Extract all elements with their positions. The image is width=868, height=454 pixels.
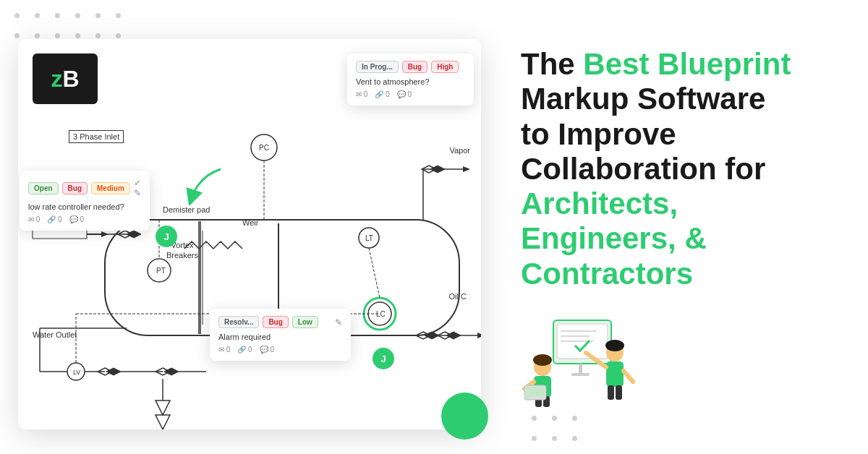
svg-text:PT: PT — [156, 267, 166, 275]
svg-marker-57 — [446, 332, 461, 339]
tag-bug-bot: Bug — [263, 316, 288, 328]
tag-low: Low — [292, 316, 318, 328]
tag-high: High — [431, 61, 459, 73]
headline-engineers: Engineers, & — [521, 221, 707, 255]
svg-rect-76 — [606, 361, 624, 387]
lowrate-tooltip-meta: ✉ 0 🔗 0 💬 0 — [28, 215, 141, 223]
svg-text:LV: LV — [73, 369, 80, 376]
meta-email-bot: ✉ 0 — [218, 346, 230, 354]
headline-collaboration: Collaboration for — [521, 152, 765, 186]
vent-tooltip-text: Vent to atmosphere? — [356, 77, 465, 86]
headline: The Best Blueprint Markup Software to Im… — [521, 47, 791, 291]
green-arrow — [184, 162, 228, 205]
headline-architects: Architects, — [521, 187, 678, 220]
svg-text:PC: PC — [259, 144, 269, 152]
svg-marker-28 — [106, 368, 121, 375]
tag-open: Open — [28, 182, 59, 194]
meta-attach-mid: 🔗 0 — [47, 215, 61, 223]
tag-inprog: In Prog... — [356, 61, 399, 73]
tag-bug-top: Bug — [402, 61, 427, 73]
svg-rect-79 — [608, 385, 614, 400]
logo-icon: zB — [51, 66, 79, 93]
inlet-label: 3 Phase Inlet — [69, 130, 124, 143]
meta-comment: 💬 0 — [397, 90, 412, 98]
meta-attach-bot: 🔗 0 — [237, 346, 252, 354]
lowrate-tooltip-tags: Open Bug Medium ✓ ✎ — [28, 178, 141, 198]
svg-rect-73 — [526, 387, 545, 397]
avatar-j-bot: J — [373, 348, 394, 369]
vent-tooltip-tags: In Prog... Bug High — [356, 61, 465, 73]
blueprint-diagram: PT PC LT LC — [18, 104, 481, 429]
meta-email-mid: ✉ 0 — [28, 215, 40, 223]
svg-marker-31 — [164, 368, 179, 375]
svg-marker-6 — [127, 231, 141, 238]
meta-email: ✉ 0 — [356, 90, 367, 98]
svg-rect-64 — [579, 364, 582, 374]
left-panel: zB PT PC — [0, 0, 499, 454]
meta-comment-bot: 💬 0 — [260, 346, 274, 354]
headline-to-improve: to Improve — [521, 117, 676, 151]
demister-label: Demister pad — [163, 205, 210, 214]
tag-resolv: Resolv... — [218, 316, 259, 328]
avatar-j-mid: J — [156, 226, 177, 247]
svg-text:LT: LT — [365, 234, 373, 242]
tag-medium: Medium — [91, 182, 130, 194]
svg-marker-17 — [430, 166, 445, 173]
headline-markup-software: Markup Software — [521, 82, 765, 116]
svg-rect-65 — [571, 373, 590, 376]
headline-contractors: Contractors — [521, 257, 693, 291]
blueprint-card: zB PT PC — [18, 39, 481, 429]
alarm-tooltip-meta: ✉ 0 🔗 0 💬 0 — [218, 346, 342, 354]
svg-marker-35 — [156, 415, 170, 429]
logo-area: zB — [33, 53, 98, 104]
svg-point-67 — [533, 354, 552, 366]
right-panel: The Best Blueprint Markup Software to Im… — [499, 0, 868, 454]
vent-tooltip-card[interactable]: In Prog... Bug High Vent to atmosphere? … — [347, 53, 474, 106]
svg-marker-15 — [463, 166, 470, 172]
edit-icon[interactable]: ✓ ✎ — [134, 178, 141, 198]
headline-the: The — [521, 47, 583, 81]
svg-line-23 — [369, 248, 380, 298]
green-semicircle — [441, 393, 488, 440]
svg-line-78 — [624, 371, 633, 382]
weir-label: Weir — [242, 218, 258, 227]
lowrate-tooltip-card[interactable]: Open Bug Medium ✓ ✎ low rate controller … — [20, 171, 150, 231]
tag-bug-mid: Bug — [62, 182, 88, 194]
vent-tooltip-meta: ✉ 0 🔗 0 💬 0 — [356, 90, 465, 98]
lowrate-tooltip-text: low rate controller needed? — [28, 202, 141, 211]
edit-icon-bot[interactable]: ✎ — [335, 317, 342, 327]
svg-marker-52 — [477, 333, 481, 338]
meta-attach: 🔗 0 — [375, 90, 389, 98]
oil-outlet-label: Oil C — [449, 292, 467, 301]
alarm-tooltip-tags: Resolv... Bug Low ✎ — [218, 316, 342, 328]
logo-b: B — [62, 66, 79, 92]
water-outlet-label: Water Outlet — [33, 330, 77, 339]
svg-rect-80 — [616, 385, 622, 400]
vapor-label: Vapor — [449, 146, 470, 155]
alarm-tooltip-card[interactable]: Resolv... Bug Low ✎ Alarm required ✉ 0 🔗… — [210, 309, 351, 361]
logo-z: z — [51, 66, 62, 92]
meta-comment-mid: 💬 0 — [69, 215, 84, 223]
collaboration-illustration — [521, 313, 637, 407]
headline-best-blueprint: Best Blueprint — [583, 47, 791, 81]
svg-marker-34 — [156, 401, 170, 415]
alarm-tooltip-text: Alarm required — [218, 333, 342, 341]
svg-point-75 — [605, 340, 624, 351]
